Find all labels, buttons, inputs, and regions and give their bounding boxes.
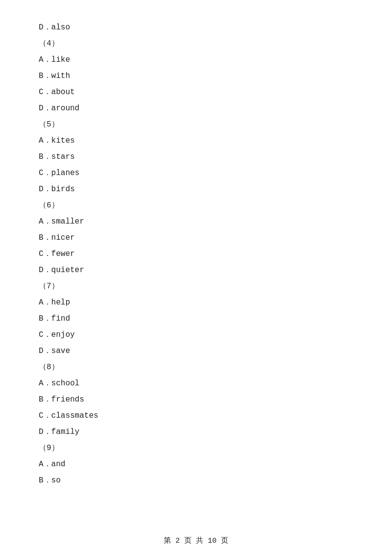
- text-line-b-so: B．so: [39, 473, 353, 489]
- text-line-b-with: B．with: [39, 68, 353, 84]
- text-line-d-save: D．save: [39, 343, 353, 359]
- text-line-a-and: A．and: [39, 456, 353, 473]
- text-line-a-school: A．school: [39, 376, 353, 392]
- text-line-b-friends: B．friends: [39, 392, 353, 408]
- text-line-c-about: C．about: [39, 84, 353, 101]
- text-line-q7: （7）: [39, 278, 353, 295]
- text-line-d-birds: D．birds: [39, 181, 353, 198]
- text-line-a-smaller: A．smaller: [39, 214, 353, 230]
- text-line-a-like: A．like: [39, 52, 353, 68]
- text-line-q9: （9）: [39, 440, 353, 456]
- text-line-c-classmates: C．classmates: [39, 408, 353, 424]
- text-line-c-fewer: C．fewer: [39, 246, 353, 262]
- text-line-d-around: D．around: [39, 101, 353, 117]
- text-line-a-kites: A．kites: [39, 133, 353, 149]
- text-line-q5: （5）: [39, 117, 353, 133]
- text-line-d-family: D．family: [39, 424, 353, 440]
- text-line-d-also: D．also: [39, 20, 353, 36]
- text-line-b-nicer: B．nicer: [39, 230, 353, 246]
- page-footer: 第 2 页 共 10 页: [0, 536, 392, 545]
- text-line-q6: （6）: [39, 198, 353, 214]
- text-line-q8: （8）: [39, 359, 353, 376]
- text-line-c-enjoy: C．enjoy: [39, 327, 353, 343]
- text-line-b-find: B．find: [39, 311, 353, 327]
- main-content: D．also（4）A．likeB．withC．aboutD．around（5）A…: [0, 0, 392, 518]
- text-line-d-quieter: D．quieter: [39, 262, 353, 278]
- text-line-b-stars: B．stars: [39, 149, 353, 165]
- text-line-a-help: A．help: [39, 295, 353, 311]
- text-line-q4: （4）: [39, 36, 353, 52]
- text-line-c-planes: C．planes: [39, 165, 353, 181]
